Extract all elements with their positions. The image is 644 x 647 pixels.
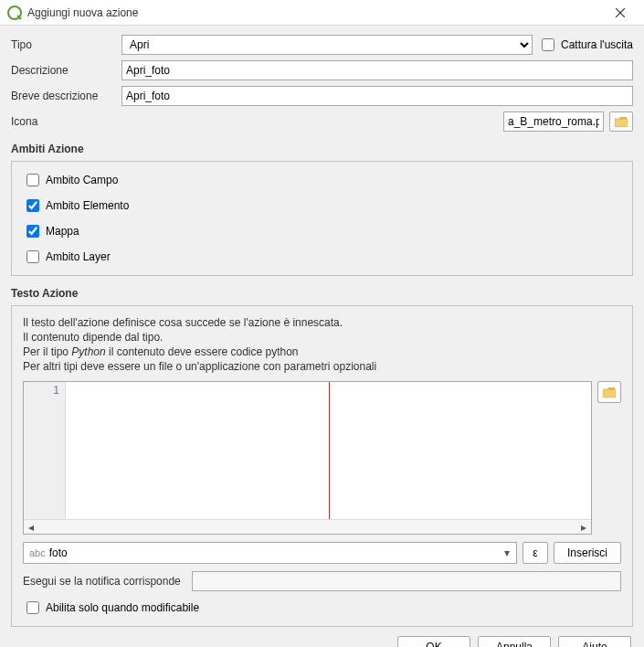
group-testo: Il testo dell'azione definisce cosa succ… bbox=[11, 305, 633, 627]
field-select[interactable]: abc foto ▾ bbox=[23, 542, 517, 564]
field-type-icon: abc bbox=[29, 547, 46, 558]
label-notify: Esegui se la notifica corrisponde bbox=[23, 575, 181, 588]
close-button[interactable] bbox=[602, 0, 639, 26]
action-text-description: Il testo dell'azione definisce cosa succ… bbox=[23, 315, 621, 374]
input-breve[interactable] bbox=[121, 86, 633, 106]
checkbox-ambito-layer[interactable]: Ambito Layer bbox=[23, 248, 621, 266]
editor-horizontal-scrollbar[interactable]: ◂ ▸ bbox=[24, 519, 591, 534]
editor-margin-line bbox=[329, 382, 330, 519]
field-select-value: foto bbox=[49, 546, 500, 559]
label-enable-editable: Abilita solo quando modificabile bbox=[46, 601, 199, 614]
row-tipo: Tipo Apri Cattura l'uscita bbox=[11, 35, 633, 55]
label-breve: Breve descrizione bbox=[11, 90, 116, 102]
svg-rect-4 bbox=[615, 119, 628, 127]
checkbox-ambito-elemento[interactable]: Ambito Elemento bbox=[23, 196, 621, 215]
insert-button[interactable]: Inserisci bbox=[554, 542, 621, 564]
ok-button[interactable]: OK bbox=[397, 636, 470, 647]
cancel-button[interactable]: Annulla bbox=[478, 636, 551, 647]
checkbox-capture-output[interactable]: Cattura l'uscita bbox=[538, 36, 633, 54]
input-notify[interactable] bbox=[192, 571, 621, 591]
scroll-left-arrow-icon[interactable]: ◂ bbox=[26, 522, 37, 533]
field-insert-row: abc foto ▾ ε Inserisci bbox=[23, 542, 621, 564]
editor-row: 1 ◂ ▸ bbox=[23, 381, 621, 535]
checkbox-enable-editable[interactable]: Abilita solo quando modificabile bbox=[23, 599, 621, 617]
label-ambito-elemento: Ambito Elemento bbox=[46, 199, 129, 212]
group-title-testo: Testo Azione bbox=[11, 287, 633, 300]
checkbox-ambito-campo-input[interactable] bbox=[26, 174, 39, 186]
browse-icon-button[interactable] bbox=[609, 111, 633, 132]
group-ambiti: Ambito Campo Ambito Elemento Mappa Ambit… bbox=[11, 161, 633, 276]
expression-button[interactable]: ε bbox=[523, 542, 548, 564]
title-bar: Aggiungi nuova azione bbox=[0, 0, 644, 26]
scroll-right-arrow-icon[interactable]: ▸ bbox=[578, 522, 589, 533]
checkbox-ambito-campo[interactable]: Ambito Campo bbox=[23, 171, 621, 189]
app-logo-icon bbox=[7, 5, 22, 20]
checkbox-enable-editable-input[interactable] bbox=[26, 601, 39, 614]
help-button[interactable]: Aiuto bbox=[558, 636, 631, 647]
dialog-button-bar: OK Annulla Aiuto bbox=[0, 627, 644, 647]
folder-icon bbox=[603, 387, 616, 398]
editor-gutter: 1 bbox=[24, 382, 66, 519]
select-tipo[interactable]: Apri bbox=[121, 35, 533, 55]
input-descrizione[interactable] bbox=[121, 60, 633, 80]
input-icona-path[interactable] bbox=[503, 111, 604, 132]
browse-action-file-button[interactable] bbox=[597, 381, 621, 403]
label-capture-output: Cattura l'uscita bbox=[561, 38, 633, 51]
checkbox-mappa[interactable]: Mappa bbox=[23, 222, 621, 240]
editor-code-area[interactable] bbox=[66, 382, 591, 519]
label-tipo: Tipo bbox=[11, 38, 116, 51]
svg-rect-5 bbox=[603, 389, 616, 398]
checkbox-capture-output-input[interactable] bbox=[542, 38, 554, 51]
label-mappa: Mappa bbox=[46, 225, 79, 238]
checkbox-ambito-layer-input[interactable] bbox=[26, 250, 39, 263]
row-breve: Breve descrizione bbox=[11, 86, 633, 106]
group-title-ambiti: Ambiti Azione bbox=[11, 143, 633, 155]
row-descrizione: Descrizione bbox=[11, 60, 633, 80]
window-title: Aggiungi nuova azione bbox=[27, 6, 602, 19]
row-icona: Icona bbox=[11, 111, 633, 132]
label-descrizione: Descrizione bbox=[11, 64, 116, 77]
folder-icon bbox=[615, 117, 628, 127]
label-ambito-layer: Ambito Layer bbox=[46, 250, 111, 263]
chevron-down-icon: ▾ bbox=[500, 546, 514, 559]
label-icona: Icona bbox=[11, 115, 116, 128]
label-ambito-campo: Ambito Campo bbox=[46, 174, 118, 186]
checkbox-mappa-input[interactable] bbox=[26, 225, 39, 238]
code-editor[interactable]: 1 ◂ ▸ bbox=[23, 381, 592, 535]
close-icon bbox=[616, 8, 625, 17]
checkbox-ambito-elemento-input[interactable] bbox=[26, 199, 39, 212]
row-notify: Esegui se la notifica corrisponde bbox=[23, 571, 621, 591]
